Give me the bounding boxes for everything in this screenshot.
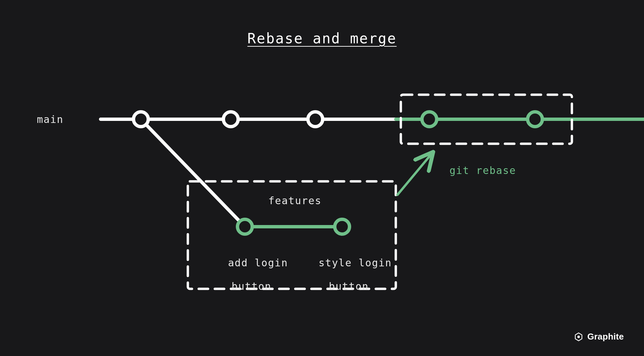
git-rebase-label: git rebase	[449, 165, 516, 176]
main-commit-node	[223, 112, 238, 127]
main-commit-node	[308, 112, 323, 127]
commit-label-line: style login	[319, 257, 392, 269]
git-diagram	[0, 0, 644, 356]
feature-commit-node	[335, 219, 350, 234]
main-commit-node	[133, 112, 148, 127]
commit-label-add-login: add login button	[215, 245, 275, 292]
features-branch-label: features	[268, 195, 322, 207]
brand-logo: Graphite	[574, 331, 624, 342]
rebased-commit-node	[528, 112, 542, 127]
commit-label-line: button	[231, 280, 271, 292]
main-branch-label: main	[37, 114, 63, 125]
feature-commit-node	[237, 219, 252, 234]
commit-label-style-login: style login button	[305, 245, 379, 292]
commit-label-line: button	[329, 280, 369, 292]
rebased-commit-node	[422, 112, 437, 127]
rebase-arrow	[397, 154, 431, 195]
graphite-icon	[574, 332, 583, 342]
svg-point-0	[577, 336, 580, 338]
diagram-title: Rebase and merge	[248, 30, 397, 47]
branch-line-to-features	[141, 119, 245, 227]
commit-label-line: add login	[228, 257, 288, 269]
brand-text: Graphite	[587, 331, 624, 342]
